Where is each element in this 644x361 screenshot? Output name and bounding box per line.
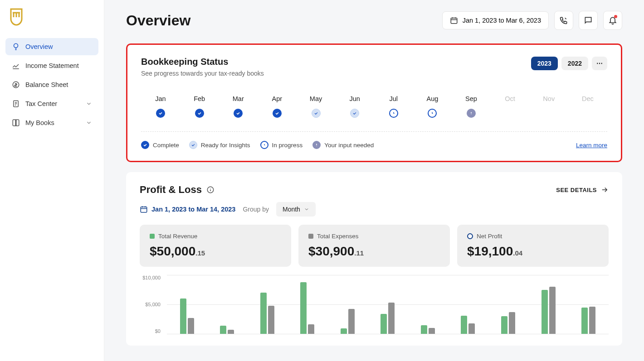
- status-icon: [428, 109, 437, 118]
- month-jun[interactable]: Jun: [339, 95, 371, 118]
- nav-balance-sheet[interactable]: Balance Sheet: [5, 76, 98, 93]
- legend-complete: Complete: [141, 141, 179, 149]
- status-icon: [234, 109, 243, 118]
- calendar-icon: [450, 16, 458, 24]
- status-icon: [273, 109, 282, 118]
- month-dec[interactable]: Dec: [572, 95, 604, 118]
- nav-tax-center[interactable]: Tax Center: [5, 95, 98, 112]
- phone-icon: [559, 16, 568, 25]
- profit-loss-chart: $10,000 $5,000 $0: [140, 275, 609, 334]
- nav-label: Overview: [25, 43, 53, 50]
- month-label: Jan: [145, 95, 176, 102]
- year-tab-2023[interactable]: 2023: [531, 57, 558, 70]
- month-jul[interactable]: Jul: [378, 95, 410, 118]
- group-by-select[interactable]: Month: [276, 202, 316, 217]
- net-profit-card: Net Profit $19,100.04: [457, 225, 609, 267]
- status-icon: [156, 109, 165, 118]
- legend-input: Your input needed: [312, 141, 374, 149]
- chart-line-icon: [12, 62, 20, 70]
- date-range-text: Jan 1, 2023 to Mar 6, 2023: [463, 17, 541, 24]
- notifications-button[interactable]: [603, 11, 622, 30]
- profit-loss-card: Profit & Loss SEE DETAILS Jan 1, 2023 to…: [126, 172, 622, 346]
- chart-y-axis: $10,000 $5,000 $0: [140, 275, 161, 334]
- month-aug[interactable]: Aug: [416, 95, 448, 118]
- net-profit-line: [167, 275, 609, 361]
- bookkeeping-status-card: Bookkeeping Status See progress towards …: [126, 43, 622, 162]
- status-icon: [350, 109, 359, 118]
- svg-rect-5: [141, 207, 147, 212]
- revenue-amount: $50,000: [150, 244, 195, 258]
- bookkeeping-title: Bookkeeping Status: [141, 57, 264, 67]
- month-may[interactable]: May: [300, 95, 332, 118]
- chat-button[interactable]: [579, 11, 598, 30]
- status-icon: [467, 109, 476, 118]
- nav-label: Tax Center: [25, 100, 57, 107]
- chevron-down-icon: [304, 207, 309, 212]
- nav-label: Income Statement: [25, 62, 79, 69]
- nav-my-books[interactable]: My Books: [5, 114, 98, 131]
- alert-icon: [312, 141, 321, 149]
- sidebar: Overview Income Statement Balance Sheet …: [0, 0, 104, 361]
- ellipsis-icon: ⋯: [596, 60, 603, 67]
- info-icon[interactable]: [206, 186, 215, 194]
- dollar-circle-icon: [12, 81, 20, 89]
- svg-point-0: [14, 43, 18, 48]
- phone-button[interactable]: [554, 11, 573, 30]
- topbar: Overview Jan 1, 2023 to Mar 6, 2023: [126, 11, 622, 30]
- month-label: Jul: [378, 95, 410, 102]
- nav-income-statement[interactable]: Income Statement: [5, 57, 98, 74]
- nav-overview[interactable]: Overview: [5, 38, 98, 55]
- month-label: Dec: [572, 95, 604, 102]
- notification-badge: [614, 15, 617, 18]
- month-label: Aug: [416, 95, 448, 102]
- pl-date-range-button[interactable]: Jan 1, 2023 to Mar 14, 2023: [140, 205, 235, 213]
- nav-label: Balance Sheet: [25, 81, 68, 88]
- month-mar[interactable]: Mar: [222, 95, 254, 118]
- group-by-label: Group by: [243, 206, 269, 213]
- chevron-down-icon: [86, 120, 92, 126]
- status-icon: [312, 109, 321, 118]
- swatch-icon: [308, 234, 313, 239]
- checkmark-icon: [189, 141, 197, 149]
- net-amount: $19,100: [467, 244, 513, 258]
- legend-ready: Ready for Insights: [189, 141, 250, 149]
- profit-loss-title: Profit & Loss: [140, 184, 215, 196]
- month-label: Sep: [455, 95, 487, 102]
- month-apr[interactable]: Apr: [261, 95, 293, 118]
- year-tabs: 2023 2022 ⋯: [531, 57, 607, 70]
- book-icon: [12, 119, 20, 127]
- expenses-amount: $30,900: [308, 244, 354, 258]
- chevron-down-icon: [86, 101, 92, 107]
- month-label: Oct: [494, 95, 526, 102]
- nav-label: My Books: [25, 119, 54, 126]
- page-title: Overview: [126, 12, 190, 29]
- svg-rect-3: [451, 18, 457, 24]
- legend: Complete Ready for Insights In progress …: [141, 131, 607, 149]
- month-nov[interactable]: Nov: [533, 95, 565, 118]
- month-sep[interactable]: Sep: [455, 95, 487, 118]
- month-feb[interactable]: Feb: [184, 95, 215, 118]
- month-oct[interactable]: Oct: [494, 95, 526, 118]
- legend-progress: In progress: [260, 141, 303, 149]
- more-menu-button[interactable]: ⋯: [592, 57, 607, 70]
- expenses-card: Total Expenses $30,900.11: [298, 225, 450, 267]
- year-tab-2022[interactable]: 2022: [561, 57, 588, 70]
- arrow-right-icon: [600, 186, 609, 194]
- months-row: JanFebMarAprMayJunJulAugSepOctNovDec: [145, 95, 604, 118]
- revenue-card: Total Revenue $50,000.15: [140, 225, 291, 267]
- month-label: Feb: [184, 95, 215, 102]
- main-content: Overview Jan 1, 2023 to Mar 6, 2023 Book…: [104, 0, 644, 361]
- month-jan[interactable]: Jan: [145, 95, 176, 118]
- topbar-actions: Jan 1, 2023 to Mar 6, 2023: [442, 11, 622, 30]
- learn-more-link[interactable]: Learn more: [576, 142, 607, 149]
- clock-icon: [260, 141, 268, 149]
- see-details-button[interactable]: SEE DETAILS: [556, 186, 609, 194]
- calendar-icon: [140, 205, 148, 213]
- document-icon: [12, 100, 20, 108]
- swatch-icon: [150, 234, 155, 239]
- month-label: Nov: [533, 95, 565, 102]
- date-range-button[interactable]: Jan 1, 2023 to Mar 6, 2023: [442, 11, 549, 29]
- month-label: Jun: [339, 95, 371, 102]
- chat-icon: [584, 16, 593, 25]
- month-label: Mar: [222, 95, 254, 102]
